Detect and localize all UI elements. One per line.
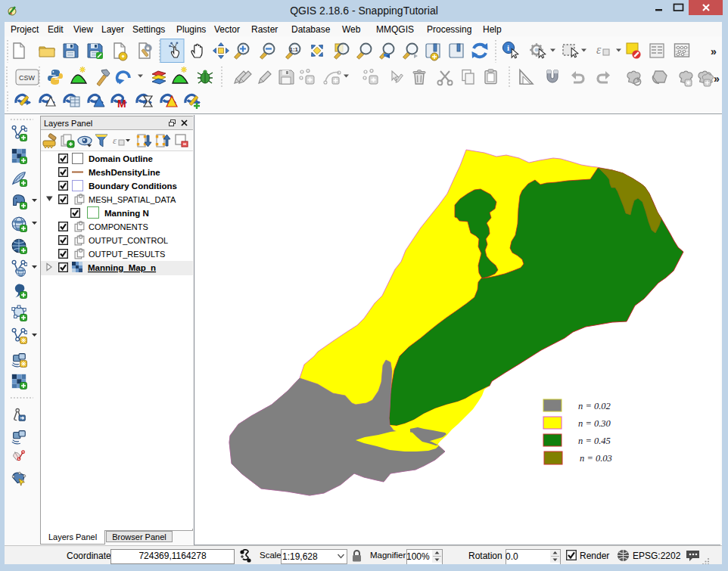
svg-text:1:1: 1:1 — [290, 46, 299, 53]
svg-text:Manning_Map_n: Manning_Map_n — [88, 263, 156, 272]
svg-text:MESH_SPATIAL_DATA: MESH_SPATIAL_DATA — [89, 195, 176, 204]
svg-text:OUTPUT_RESULTS: OUTPUT_RESULTS — [89, 250, 165, 259]
svg-text:Boundary Conditions: Boundary Conditions — [89, 182, 177, 191]
svg-text:»: » — [714, 73, 720, 85]
svg-text:COMPONENTS: COMPONENTS — [89, 222, 148, 231]
svg-text:i: i — [507, 43, 509, 52]
svg-text:OUTPUT_CONTROL: OUTPUT_CONTROL — [89, 236, 168, 245]
svg-text:n = 0.03: n = 0.03 — [580, 453, 612, 464]
svg-text:Manning N: Manning N — [104, 209, 149, 218]
svg-text:M: M — [117, 98, 126, 110]
svg-text:n = 0.02: n = 0.02 — [578, 401, 611, 411]
svg-text:»: » — [711, 45, 717, 57]
svg-text:MeshDensityLine: MeshDensityLine — [89, 168, 160, 177]
svg-text:CSW: CSW — [19, 74, 36, 82]
svg-text:ε: ε — [113, 135, 117, 146]
svg-text:n = 0.30: n = 0.30 — [578, 418, 611, 429]
svg-text:n = 0.45: n = 0.45 — [578, 436, 611, 446]
svg-text:Domain Outline: Domain Outline — [89, 154, 153, 163]
